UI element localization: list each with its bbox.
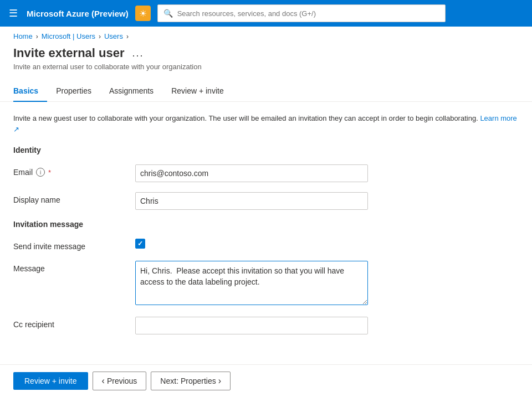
send-invite-form-row: Send invite message: [13, 239, 519, 251]
breadcrumb-chevron-1: ›: [36, 33, 38, 40]
email-info-icon[interactable]: i: [36, 168, 45, 177]
tab-basics[interactable]: Basics: [13, 81, 47, 102]
send-invite-label: Send invite message: [13, 239, 135, 251]
main-content: Invite a new guest user to collaborate w…: [0, 102, 532, 355]
display-name-form-row: Display name Chris: [13, 192, 519, 210]
breadcrumb-home[interactable]: Home: [13, 32, 33, 40]
email-label: Email i *: [13, 164, 135, 177]
search-icon: 🔍: [163, 9, 173, 18]
email-input-container: chris@contoso.com: [135, 164, 368, 182]
breadcrumb-chevron-2: ›: [99, 33, 101, 40]
app-title: Microsoft Azure (Preview): [27, 9, 129, 18]
more-actions-button[interactable]: ...: [130, 47, 146, 60]
send-invite-checkbox-container: [135, 239, 368, 249]
send-invite-checkbox[interactable]: [135, 239, 145, 249]
invitation-section-heading: Invitation message: [13, 220, 519, 229]
page-header: Invite external user ... Invite an exter…: [0, 44, 532, 76]
message-label: Message: [13, 261, 135, 273]
search-input[interactable]: [177, 9, 439, 18]
breadcrumb-chevron-3: ›: [126, 33, 129, 40]
identity-section-heading: Identity: [13, 146, 519, 154]
tab-properties[interactable]: Properties: [47, 81, 100, 102]
breadcrumb-users[interactable]: Users: [104, 32, 123, 40]
hamburger-menu-icon[interactable]: ☰: [7, 5, 20, 22]
cc-recipient-input[interactable]: [135, 317, 368, 334]
tab-review-invite[interactable]: Review + invite: [162, 81, 233, 102]
message-textarea-container: Hi, Chris. Please accept this invitation…: [135, 261, 368, 307]
display-name-input-container: Chris: [135, 192, 368, 210]
global-search-bar[interactable]: 🔍: [157, 4, 446, 22]
breadcrumb-microsoft-users[interactable]: Microsoft | Users: [42, 32, 95, 40]
email-form-row: Email i * chris@contoso.com: [13, 164, 519, 182]
message-form-row: Message Hi, Chris. Please accept this in…: [13, 261, 519, 307]
tabs-container: Basics Properties Assignments Review + i…: [0, 81, 532, 102]
email-input[interactable]: chris@contoso.com: [135, 164, 368, 182]
message-textarea[interactable]: Hi, Chris. Please accept this invitation…: [135, 261, 368, 305]
email-required-star: *: [48, 168, 51, 177]
cc-recipient-form-row: Cc recipient: [13, 317, 519, 334]
page-subtitle: Invite an external user to collaborate w…: [13, 63, 519, 71]
notification-icon[interactable]: ☀: [135, 6, 151, 21]
cc-recipient-label: Cc recipient: [13, 317, 135, 329]
tab-assignments[interactable]: Assignments: [100, 81, 162, 102]
display-name-input[interactable]: Chris: [135, 192, 368, 210]
breadcrumb: Home › Microsoft | Users › Users ›: [0, 27, 532, 44]
info-text: Invite a new guest user to collaborate w…: [13, 113, 519, 135]
page-title: Invite external user: [13, 46, 125, 60]
top-navigation-bar: ☰ Microsoft Azure (Preview) ☀ 🔍: [0, 0, 532, 27]
cc-recipient-input-container: [135, 317, 368, 334]
display-name-label: Display name: [13, 192, 135, 204]
